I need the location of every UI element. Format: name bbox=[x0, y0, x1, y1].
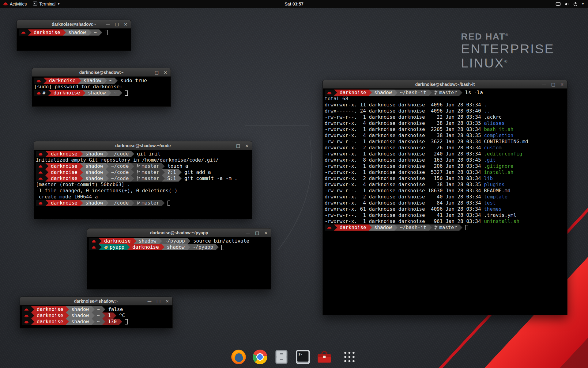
minimize-button[interactable]: — bbox=[227, 141, 231, 150]
segment-text: master bbox=[439, 224, 457, 231]
powerline-arrow-icon bbox=[31, 306, 34, 312]
window-titlebar[interactable]: darknoise@shadow:~—□× bbox=[32, 68, 171, 77]
minimize-button[interactable]: — bbox=[145, 68, 150, 77]
prompt-segment-user: darknoise bbox=[34, 312, 66, 319]
terminal-line: drwxrwxr-x. 4 darknoise darknoise 38 Jan… bbox=[325, 132, 565, 139]
minimize-button[interactable]: — bbox=[106, 20, 110, 29]
powerline-arrow-icon bbox=[92, 306, 95, 312]
ls-filename: themes bbox=[484, 206, 502, 212]
segment-text: shadow bbox=[374, 90, 392, 96]
terminal-line: darknoiseshadow~false bbox=[22, 306, 171, 312]
powerline-arrow-icon bbox=[89, 29, 92, 36]
activities-button[interactable]: Activities bbox=[0, 0, 30, 8]
ls-filename: completion bbox=[484, 132, 513, 139]
maximize-button[interactable]: □ bbox=[155, 68, 159, 77]
app-menu[interactable]: Terminal ▼ bbox=[30, 0, 63, 8]
powerline-arrow-icon bbox=[102, 306, 105, 312]
segment-text: shadow bbox=[71, 319, 89, 325]
powerline-arrow-icon bbox=[459, 90, 462, 96]
terminal-line: -rw-rw-r--. 1 darknoise darknoise 18630 … bbox=[325, 188, 565, 194]
powerline-arrow-icon bbox=[48, 90, 51, 96]
dock-item-files[interactable] bbox=[273, 348, 290, 366]
powerline-arrow-icon bbox=[66, 319, 69, 325]
segment-text: master bbox=[141, 163, 159, 169]
terminal-content[interactable]: darknoiseshadow~falsedarknoiseshadow~1^C… bbox=[20, 305, 172, 328]
segment-text: darknoise bbox=[37, 312, 63, 319]
close-button[interactable]: × bbox=[124, 20, 127, 29]
terminal-cursor bbox=[105, 30, 108, 35]
minimize-button[interactable]: — bbox=[147, 297, 152, 305]
terminal-content[interactable]: darknoiseshadow~/bash-itmasterls -latota… bbox=[323, 89, 567, 315]
powerline-arrow-icon bbox=[92, 319, 95, 325]
close-button[interactable]: × bbox=[264, 228, 268, 237]
segment-text: shadow bbox=[88, 90, 106, 96]
powerline-arrow-icon bbox=[108, 90, 111, 96]
terminal-cursor bbox=[221, 245, 224, 250]
powerline-arrow-icon bbox=[179, 175, 182, 182]
segment-text: darknoise bbox=[104, 238, 131, 244]
dock-item-toolbox[interactable] bbox=[316, 348, 333, 366]
powerline-arrow-icon bbox=[131, 163, 134, 169]
segment-text: 1 bbox=[108, 312, 111, 319]
dock-item-firefox[interactable] bbox=[230, 348, 247, 366]
terminal-line: pyappdarknoiseshadow~/pyapp bbox=[89, 244, 269, 250]
dock-item-chrome[interactable] bbox=[251, 348, 269, 366]
prompt-segment-user: darknoise bbox=[337, 224, 369, 231]
window-titlebar[interactable]: darknoise@shadow:~—□× bbox=[20, 297, 172, 305]
dock-item-terminal[interactable]: $> bbox=[294, 348, 311, 366]
close-button[interactable]: × bbox=[164, 68, 167, 77]
close-button[interactable]: × bbox=[165, 297, 169, 305]
powerline-arrow-icon bbox=[104, 78, 107, 84]
minimize-button[interactable]: — bbox=[246, 228, 250, 237]
powerline-arrow-icon bbox=[119, 319, 122, 325]
terminal-content[interactable]: darknoiseshadow~sudo true[sudo] password… bbox=[32, 77, 171, 106]
window-titlebar[interactable]: darknoise@shadow:~/pyapp—□× bbox=[87, 228, 271, 237]
terminal-line: -rwxrwxr-x. 1 darknoise darknoise 206 Ja… bbox=[325, 163, 565, 169]
terminal-line: -rwxrwxr-x. 1 darknoise darknoise 240 Ja… bbox=[325, 151, 565, 157]
segment-text: shadow bbox=[85, 151, 103, 157]
ls-columns: drwxrwxr-x. 2 darknoise darknoise 150 Ja… bbox=[325, 175, 484, 182]
system-status-area[interactable]: ▼ bbox=[552, 0, 588, 8]
files-icon bbox=[273, 349, 289, 365]
terminal-content[interactable]: darknoiseshadow~ bbox=[17, 29, 131, 51]
terminal-line: darknoiseshadow~sudo true bbox=[34, 78, 169, 84]
maximize-button[interactable]: □ bbox=[551, 80, 555, 89]
ls-filename: uninstall.sh bbox=[484, 218, 519, 224]
powerline-arrow-icon bbox=[161, 244, 164, 250]
prompt-segment-user: darknoise bbox=[337, 90, 369, 96]
redhat-icon bbox=[327, 91, 332, 94]
command-text: git commit -a -m . bbox=[182, 175, 237, 182]
segment-text: darknoise bbox=[34, 29, 60, 36]
prompt-segment-user: darknoise bbox=[34, 319, 66, 325]
svg-text:$>: $> bbox=[298, 352, 303, 356]
terminal-line: 1 file changed, 0 insertions(+), 0 delet… bbox=[36, 188, 250, 194]
window-titlebar[interactable]: darknoise@shadow:~/code—□× bbox=[34, 141, 252, 150]
terminal-content[interactable]: darknoiseshadow~/pyappsource bin/activat… bbox=[87, 237, 271, 289]
redhat-icon bbox=[92, 240, 96, 243]
ls-filename: .ackrc bbox=[484, 114, 502, 120]
window-titlebar[interactable]: darknoise@shadow:~/bash-it—□× bbox=[323, 80, 567, 89]
output-text: [sudo] password for darknoise: bbox=[34, 84, 123, 90]
terminal-line: drwxrwxr-x. 2 darknoise darknoise 40 Jan… bbox=[325, 194, 565, 200]
powerline-arrow-icon bbox=[162, 200, 165, 206]
window-titlebar[interactable]: darknoise@shadow:~—□× bbox=[17, 20, 131, 29]
git-branch-icon bbox=[434, 90, 438, 95]
close-button[interactable]: × bbox=[245, 141, 249, 150]
terminal-cursor bbox=[125, 90, 128, 96]
maximize-button[interactable]: □ bbox=[255, 228, 259, 237]
window-controls: —□× bbox=[106, 20, 131, 29]
powerline-arrow-icon bbox=[113, 312, 116, 319]
maximize-button[interactable]: □ bbox=[156, 297, 160, 305]
command-text: git add a bbox=[182, 169, 211, 175]
terminal-content[interactable]: darknoiseshadow~/codegit initInitialized… bbox=[34, 150, 252, 219]
close-button[interactable]: × bbox=[560, 80, 564, 89]
maximize-button[interactable]: □ bbox=[115, 20, 119, 29]
prompt-segment-host: shadow bbox=[69, 319, 92, 325]
segment-text: ?:1 bbox=[167, 169, 176, 175]
clock[interactable]: Sat 03:57 bbox=[285, 2, 303, 6]
minimize-button[interactable]: — bbox=[542, 80, 546, 89]
maximize-button[interactable]: □ bbox=[236, 141, 240, 150]
redhat-icon bbox=[24, 320, 29, 324]
dock: $> bbox=[230, 348, 358, 366]
dock-item-app-grid[interactable] bbox=[341, 348, 358, 366]
